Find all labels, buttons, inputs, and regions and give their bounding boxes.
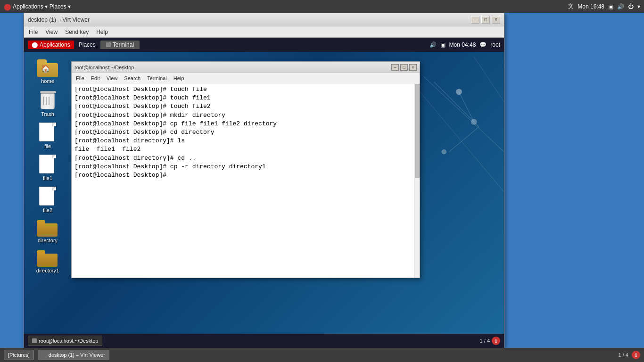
- guest-fedora-icon: ⬤: [32, 41, 38, 48]
- virt-viewer-close-button[interactable]: ×: [492, 16, 500, 24]
- terminal-minimize-button[interactable]: –: [391, 64, 399, 71]
- host-topbar-left: ⬤ Applications ▾ Places ▾: [4, 3, 71, 10]
- directory-icon-label: directory: [38, 238, 58, 243]
- guest-terminal-taskbar-item[interactable]: root@localhost:~/Desktop: [28, 336, 102, 346]
- desktop-icon-directory1[interactable]: directory1: [29, 247, 66, 275]
- host-chevron-icon: ▾: [637, 3, 640, 10]
- virt-viewer-help-menu[interactable]: Help: [93, 28, 111, 36]
- virt-viewer-controls: – □ ×: [471, 16, 500, 24]
- guest-topbar-left: ⬤ Applications Places Terminal: [28, 41, 140, 49]
- guest-taskbar-counter: 1 / 4 ℹ: [480, 337, 500, 345]
- host-taskbar-virtviewer[interactable]: desktop (1) – Virt Viewer: [38, 350, 109, 360]
- svg-point-5: [441, 149, 446, 155]
- virt-viewer-titlebar: desktop (1) – Virt Viewer – □ ×: [24, 13, 504, 26]
- desktop-icon-file1[interactable]: file1: [29, 153, 66, 183]
- guest-terminal-tab[interactable]: Terminal: [100, 41, 140, 49]
- virt-viewer-minimize-button[interactable]: –: [471, 16, 479, 24]
- terminal-terminal-menu[interactable]: Terminal: [145, 74, 169, 82]
- terminal-line: [root@localhost Desktop]# touch file: [74, 85, 417, 94]
- directory1-icon-label: directory1: [36, 268, 59, 273]
- guest-taskbar: root@localhost:~/Desktop 1 / 4 ℹ: [24, 334, 504, 348]
- terminal-win-controls: – □ ×: [391, 64, 417, 71]
- file1-icon-label: file1: [43, 175, 52, 181]
- host-taskbar-pictures-label: [Pictures]: [8, 352, 30, 358]
- host-counter-badge: ℹ: [632, 351, 640, 359]
- guest-places-menu[interactable]: Places: [76, 41, 99, 49]
- guest-audio-icon: 🔊: [429, 41, 437, 48]
- terminal-line: [root@localhost Desktop]#: [74, 171, 417, 180]
- file-icon-label: file: [44, 143, 51, 149]
- terminal-view-menu[interactable]: View: [104, 74, 120, 82]
- file2-icon: [39, 187, 56, 206]
- terminal-line: [root@localhost Desktop]# cd directory: [74, 128, 417, 137]
- terminal-line: [root@localhost Desktop]# cp -r director…: [74, 163, 417, 171]
- guest-topbar: ⬤ Applications Places Terminal 🔊 ▣ Mon 0…: [24, 38, 504, 52]
- desktop-icon-file2[interactable]: file2: [29, 185, 66, 215]
- guest-taskbar-terminal-label: root@localhost:~/Desktop: [39, 338, 98, 344]
- terminal-line: [root@localhost Desktop]# touch file1: [74, 94, 417, 102]
- host-apps-arrow: ▾: [45, 3, 48, 10]
- folder-icon-directory: [37, 219, 58, 237]
- terminal-maximize-button[interactable]: □: [400, 64, 408, 71]
- virt-viewer-sendkey-menu[interactable]: Send key: [62, 28, 91, 36]
- svg-line-8: [459, 92, 474, 122]
- host-taskbar-pictures[interactable]: [Pictures]: [4, 350, 34, 360]
- host-time: Mon 16:48: [578, 3, 604, 10]
- virt-viewer-view-menu[interactable]: View: [42, 28, 60, 36]
- host-taskbar-counter: 1 / 4 ℹ: [619, 351, 640, 359]
- trash-icon: [38, 90, 57, 110]
- terminal-window[interactable]: root@localhost:~/Desktop – □ × File Edit…: [71, 61, 420, 278]
- host-counter-text: 1 / 4: [619, 352, 628, 358]
- virt-viewer-window: desktop (1) – Virt Viewer – □ × File Vie…: [24, 13, 504, 347]
- host-places-label: Places: [50, 3, 66, 10]
- guest-taskbar-terminal-icon: [32, 338, 37, 343]
- host-applications-menu[interactable]: ⬤ Applications ▾: [4, 3, 48, 10]
- desktop-icon-directory[interactable]: directory: [29, 217, 66, 245]
- home-icon: 🏠: [36, 58, 59, 77]
- terminal-file-menu[interactable]: File: [74, 74, 87, 82]
- terminal-line: file file1 file2: [74, 145, 417, 154]
- guest-counter-badge: ℹ: [492, 337, 500, 345]
- terminal-close-button[interactable]: ×: [409, 64, 417, 71]
- terminal-body[interactable]: [root@localhost Desktop]# touch file[roo…: [72, 83, 420, 278]
- virt-viewer-file-menu[interactable]: File: [26, 28, 41, 36]
- terminal-scrollbar[interactable]: [414, 83, 420, 278]
- desktop-icon-file[interactable]: file: [29, 121, 66, 151]
- terminal-line: [root@localhost Desktop]# mkdir director…: [74, 111, 417, 120]
- terminal-line: [root@localhost Desktop]# cp file file1 …: [74, 120, 417, 128]
- terminal-edit-menu[interactable]: Edit: [89, 74, 102, 82]
- host-monitor-icon: ▣: [608, 3, 613, 10]
- file1-icon: [39, 155, 56, 174]
- virt-viewer-title: desktop (1) – Virt Viewer: [28, 16, 90, 23]
- desktop-icon-trash[interactable]: Trash: [29, 88, 66, 119]
- trash-icon-label: Trash: [41, 111, 54, 117]
- virt-viewer-taskbar-icon: [42, 353, 47, 357]
- terminal-search-menu[interactable]: Search: [122, 74, 143, 82]
- terminal-help-menu[interactable]: Help: [171, 74, 187, 82]
- host-power-icon: ⏻: [628, 3, 634, 10]
- svg-point-4: [471, 119, 477, 125]
- desktop-icon-home[interactable]: 🏠 home: [29, 57, 66, 86]
- host-topbar-right: 文 Mon 16:48 ▣ 🔊 ⏻ ▾: [568, 2, 640, 10]
- guest-topbar-right: 🔊 ▣ Mon 04:48 💬 root: [429, 41, 500, 48]
- host-places-menu[interactable]: Places ▾: [50, 3, 71, 10]
- file2-icon-label: file2: [43, 207, 52, 213]
- guest-applications-menu[interactable]: ⬤ Applications: [28, 41, 74, 49]
- terminal-scroll-thumb[interactable]: [415, 84, 420, 178]
- terminal-titlebar: root@localhost:~/Desktop – □ ×: [72, 62, 420, 73]
- terminal-title: root@localhost:~/Desktop: [74, 65, 134, 70]
- host-taskbar: [Pictures] desktop (1) – Virt Viewer 1 /…: [0, 348, 644, 362]
- desktop-icons: 🏠 home Trash: [24, 52, 71, 280]
- home-icon-label: home: [41, 78, 54, 84]
- terminal-tab-icon: [106, 42, 111, 47]
- host-places-arrow: ▾: [68, 3, 71, 10]
- svg-line-2: [474, 57, 504, 102]
- fedora-icon: ⬤: [4, 3, 11, 10]
- guest-counter-text: 1 / 4: [480, 338, 490, 344]
- virt-viewer-maximize-button[interactable]: □: [481, 16, 490, 24]
- guest-monitor-icon: ▣: [440, 41, 446, 48]
- terminal-content[interactable]: [root@localhost Desktop]# touch file[roo…: [72, 83, 420, 256]
- guest-apps-label: Applications: [40, 41, 70, 48]
- guest-terminal-label: Terminal: [113, 41, 134, 48]
- svg-line-6: [434, 82, 479, 127]
